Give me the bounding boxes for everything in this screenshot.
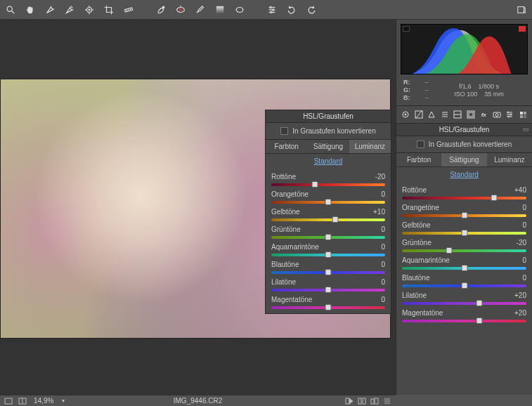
tab-hue-side[interactable]: Farbton bbox=[396, 153, 441, 166]
slider-green-s[interactable] bbox=[402, 249, 526, 252]
tab-luminance-side[interactable]: Luminanz bbox=[487, 153, 532, 166]
hand-tool-icon[interactable] bbox=[24, 4, 37, 16]
before-after-icon[interactable] bbox=[345, 397, 353, 405]
svg-rect-17 bbox=[216, 6, 224, 13]
white-balance-tool-icon[interactable] bbox=[44, 4, 56, 16]
label-purple-s: Lilatöne bbox=[402, 292, 427, 299]
module-curve-icon[interactable] bbox=[414, 109, 424, 120]
slider-magenta-s[interactable] bbox=[402, 320, 526, 322]
slider-orange-s[interactable] bbox=[402, 214, 526, 217]
svg-rect-51 bbox=[346, 398, 349, 404]
svg-point-0 bbox=[7, 6, 12, 11]
preset-link-side[interactable]: Standard bbox=[396, 167, 532, 182]
graduated-filter-tool-icon[interactable] bbox=[214, 4, 226, 16]
tab-saturation[interactable]: Sättigung bbox=[307, 140, 349, 153]
view-single-icon[interactable] bbox=[4, 397, 13, 405]
svg-line-1 bbox=[12, 11, 15, 13]
slider-orange[interactable] bbox=[271, 201, 385, 204]
spot-removal-tool-icon[interactable] bbox=[155, 4, 167, 16]
grayscale-checkbox-side[interactable] bbox=[417, 140, 424, 148]
value-yellow[interactable]: +10 bbox=[373, 208, 385, 216]
slider-green[interactable] bbox=[271, 236, 385, 239]
swap-icon[interactable] bbox=[358, 397, 366, 405]
value-red-s[interactable]: +40 bbox=[514, 186, 526, 194]
module-camera-icon[interactable] bbox=[492, 109, 502, 120]
zoom-dropdown-icon[interactable]: ▾ bbox=[59, 397, 67, 405]
label-yellow: Gelbtöne bbox=[271, 208, 300, 216]
svg-rect-45 bbox=[524, 112, 526, 114]
module-split-icon[interactable] bbox=[453, 109, 463, 120]
sliders-icon[interactable] bbox=[383, 397, 391, 405]
svg-point-15 bbox=[179, 8, 182, 11]
radial-filter-tool-icon[interactable] bbox=[233, 4, 246, 16]
tab-luminance[interactable]: Luminanz bbox=[349, 140, 391, 153]
value-red[interactable]: -20 bbox=[375, 173, 385, 181]
value-orange-s[interactable]: 0 bbox=[522, 204, 526, 211]
module-presets-icon[interactable] bbox=[505, 109, 515, 120]
module-basic-icon[interactable] bbox=[401, 109, 411, 120]
view-split-icon[interactable] bbox=[18, 397, 27, 405]
hsl-side-panel: HSL/Graustufen▭ In Graustufen konvertier… bbox=[396, 124, 532, 327]
panel-title: HSL/Graustufen bbox=[266, 110, 391, 123]
hsl-tabs-side: Farbton Sättigung Luminanz bbox=[396, 152, 532, 167]
slider-red[interactable] bbox=[271, 183, 385, 186]
target-adjust-tool-icon[interactable] bbox=[83, 4, 96, 16]
label-yellow-s: Gelbtöne bbox=[402, 221, 431, 229]
value-magenta[interactable]: 0 bbox=[381, 296, 385, 303]
slider-aqua[interactable] bbox=[271, 254, 385, 256]
value-blue[interactable]: 0 bbox=[381, 261, 385, 268]
label-orange-s: Orangetöne bbox=[402, 204, 439, 211]
value-aqua-s[interactable]: 0 bbox=[522, 256, 526, 264]
module-fx-icon[interactable]: fx bbox=[479, 109, 489, 120]
tab-hue[interactable]: Farbton bbox=[266, 140, 307, 153]
slider-blue[interactable] bbox=[271, 271, 385, 274]
preset-link[interactable]: Standard bbox=[266, 154, 391, 169]
collapse-icon[interactable]: ▭ bbox=[523, 126, 529, 133]
grayscale-checkbox[interactable] bbox=[280, 127, 288, 135]
slider-purple[interactable] bbox=[271, 289, 385, 292]
rotate-ccw-icon[interactable] bbox=[285, 4, 298, 16]
color-sampler-tool-icon[interactable] bbox=[63, 4, 76, 16]
slider-blue-s[interactable] bbox=[402, 284, 526, 287]
zoom-level[interactable]: 14,9% bbox=[34, 397, 53, 405]
svg-point-43 bbox=[508, 116, 510, 117]
module-snapshots-icon[interactable] bbox=[518, 109, 528, 120]
value-green[interactable]: 0 bbox=[381, 225, 385, 233]
module-hsl-icon[interactable] bbox=[440, 109, 450, 120]
value-blue-s[interactable]: 0 bbox=[522, 274, 526, 282]
grayscale-label: In Graustufen konvertieren bbox=[292, 127, 375, 135]
value-green-s[interactable]: -20 bbox=[517, 239, 526, 247]
histogram[interactable] bbox=[401, 24, 528, 74]
rotate-cw-icon[interactable] bbox=[305, 4, 318, 16]
crop-tool-icon[interactable] bbox=[103, 4, 115, 16]
value-orange[interactable]: 0 bbox=[381, 190, 385, 198]
redeye-tool-icon[interactable] bbox=[174, 4, 187, 16]
slider-purple-s[interactable] bbox=[402, 302, 526, 305]
value-aqua[interactable]: 0 bbox=[381, 243, 385, 251]
preferences-icon[interactable] bbox=[266, 4, 278, 16]
module-lens-icon[interactable] bbox=[466, 109, 476, 120]
svg-point-23 bbox=[273, 8, 274, 10]
slider-yellow[interactable] bbox=[271, 218, 385, 221]
value-purple[interactable]: 0 bbox=[381, 278, 385, 286]
module-detail-icon[interactable] bbox=[427, 109, 437, 120]
slider-aqua-s[interactable] bbox=[402, 267, 526, 270]
mark-icon[interactable] bbox=[515, 4, 528, 16]
canvas-area[interactable]: HSL/Graustufen In Graustufen konvertiere… bbox=[0, 20, 396, 395]
tab-saturation-side[interactable]: Sättigung bbox=[441, 153, 486, 166]
label-purple: Lilatöne bbox=[271, 278, 296, 286]
label-blue-s: Blautöne bbox=[402, 274, 429, 282]
svg-rect-47 bbox=[524, 115, 526, 118]
copy-settings-icon[interactable] bbox=[370, 397, 379, 405]
value-purple-s[interactable]: +20 bbox=[514, 292, 526, 299]
slider-magenta[interactable] bbox=[271, 306, 385, 309]
straighten-tool-icon[interactable] bbox=[122, 4, 135, 16]
svg-point-37 bbox=[495, 114, 498, 117]
value-magenta-s[interactable]: +20 bbox=[514, 309, 526, 317]
value-yellow-s[interactable]: 0 bbox=[522, 221, 526, 229]
slider-red-s[interactable] bbox=[402, 197, 526, 199]
zoom-tool-icon[interactable] bbox=[4, 4, 17, 16]
label-aqua-s: Aquamarintöne bbox=[402, 256, 450, 264]
slider-yellow-s[interactable] bbox=[402, 232, 526, 235]
adjustment-brush-tool-icon[interactable] bbox=[194, 4, 207, 16]
